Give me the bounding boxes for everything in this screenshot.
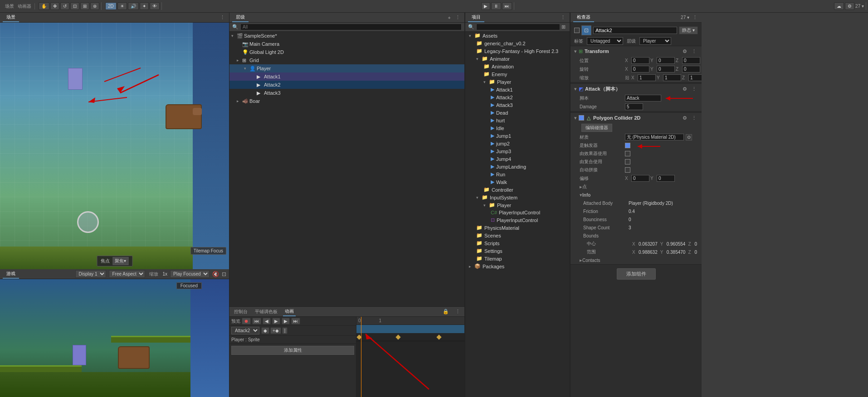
focus-mode-btn[interactable]: 聚焦▾ bbox=[112, 257, 128, 265]
folder-animator[interactable]: ▾ 📁 Animator bbox=[465, 55, 570, 63]
key-add-btn[interactable]: +◆ bbox=[270, 327, 281, 334]
damage-input[interactable] bbox=[625, 103, 643, 110]
collider-active-checkbox[interactable] bbox=[579, 115, 584, 121]
record-btn[interactable]: ⏺ bbox=[242, 318, 251, 324]
folder-player-anim[interactable]: ▾ 📁 Player bbox=[465, 78, 570, 86]
anim-dead[interactable]: ▶ Dead bbox=[465, 109, 570, 116]
static-btn[interactable]: 静态 ▾ bbox=[679, 26, 698, 34]
display-select[interactable]: Display 1 bbox=[75, 270, 106, 278]
collider-settings-btn[interactable]: ⚙ bbox=[681, 115, 688, 121]
anim-attack3[interactable]: ▶ Attack3 bbox=[465, 101, 570, 109]
player-input-control-cs[interactable]: C# PlayerInputControl bbox=[465, 209, 570, 216]
light-btn[interactable]: ☀ bbox=[117, 2, 127, 10]
audio-btn[interactable]: 🔊 bbox=[128, 2, 139, 10]
object-icon-btn[interactable]: ⊡ bbox=[581, 25, 591, 35]
attack-header[interactable]: ▾ ◩ Attack（脚本） ⚙ ⋮ bbox=[571, 84, 702, 94]
anim-more-btn[interactable]: ⋮ bbox=[454, 308, 462, 315]
prev-frame-btn[interactable]: ◀ bbox=[263, 318, 271, 324]
move-tool[interactable]: ✥ bbox=[50, 2, 59, 10]
add-property-btn[interactable]: 添加属性 bbox=[231, 346, 354, 355]
rot-x-input[interactable] bbox=[631, 66, 649, 73]
project-more-btn[interactable]: ⋮ bbox=[559, 14, 567, 21]
pos-x-input[interactable] bbox=[631, 57, 649, 64]
folder-animation[interactable]: 📁 Animation bbox=[465, 63, 570, 70]
prev-key-btn[interactable]: ⏮ bbox=[252, 318, 261, 324]
inspector-more-btn[interactable]: ⋮ bbox=[691, 14, 699, 21]
folder-tilemap[interactable]: 📁 Tilemap bbox=[465, 255, 570, 262]
rect-tool[interactable]: ⊞ bbox=[80, 2, 89, 10]
rotate-tool[interactable]: ↺ bbox=[60, 2, 69, 10]
tree-item-attack1[interactable]: ▶ Attack1 bbox=[229, 73, 464, 81]
folder-scripts[interactable]: 📁 Scripts bbox=[465, 239, 570, 247]
material-input[interactable] bbox=[625, 134, 684, 140]
tab-inspector[interactable]: 检查器 bbox=[573, 13, 594, 22]
folder-generic-char[interactable]: 📁 generic_char_v0.2 bbox=[465, 39, 570, 47]
attack-settings-btn[interactable]: ⚙ bbox=[681, 86, 688, 92]
anim-clip-select[interactable]: Attack2 bbox=[231, 327, 259, 334]
anim-idle[interactable]: ▶ Idle bbox=[465, 124, 570, 132]
collab-btn[interactable]: ☁ bbox=[834, 2, 844, 10]
rot-y-input[interactable] bbox=[657, 66, 675, 73]
composite-checkbox[interactable] bbox=[625, 159, 630, 165]
key-diamond-btn[interactable]: ◆ bbox=[261, 327, 269, 334]
offset-y-input[interactable] bbox=[657, 175, 675, 182]
anim-jump2[interactable]: ▶ jump2 bbox=[465, 140, 570, 147]
anim-run[interactable]: ▶ Run bbox=[465, 170, 570, 178]
pos-y-input[interactable] bbox=[657, 57, 675, 64]
2d-btn[interactable]: 2D bbox=[105, 2, 117, 10]
step-btn[interactable]: ⏭ bbox=[502, 2, 512, 10]
tree-item-grid[interactable]: ▸ ⊞ Grid bbox=[229, 56, 464, 64]
tag-select[interactable]: Untagged bbox=[587, 37, 623, 45]
tab-project[interactable]: 项目 bbox=[468, 13, 484, 22]
scale-tool[interactable]: ⊡ bbox=[70, 2, 79, 10]
effector-checkbox[interactable] bbox=[625, 151, 630, 156]
active-checkbox[interactable] bbox=[574, 28, 580, 33]
game-maximize-btn[interactable]: ⊡ bbox=[222, 271, 226, 277]
offset-x-input[interactable] bbox=[631, 175, 649, 182]
player-input-control-asset[interactable]: ⊡ PlayerInputControl bbox=[465, 216, 570, 224]
tree-item-maincamera[interactable]: 📷 Main Camera bbox=[229, 40, 464, 48]
tree-item-player[interactable]: ▾ 👤 Player bbox=[229, 64, 464, 73]
tab-animation[interactable]: 动画 bbox=[283, 307, 296, 316]
collider-more-btn[interactable]: ⋮ bbox=[690, 115, 698, 121]
anim-jump1[interactable]: ▶ Jump1 bbox=[465, 132, 570, 140]
attack-more-btn[interactable]: ⋮ bbox=[690, 86, 698, 92]
tab-game[interactable]: 游戏 bbox=[3, 270, 19, 279]
tree-item-globallight[interactable]: 💡 Global Light 2D bbox=[229, 48, 464, 56]
folder-settings[interactable]: 📁 Settings bbox=[465, 247, 570, 255]
tree-item-attack2[interactable]: ▶ Attack2 bbox=[229, 81, 464, 89]
trigger-checkbox[interactable] bbox=[625, 143, 630, 148]
anim-lock-btn[interactable]: 🔒 bbox=[441, 308, 450, 315]
next-key-btn[interactable]: ⏭ bbox=[291, 318, 300, 324]
pause-btn[interactable]: ⏸ bbox=[491, 2, 501, 10]
folder-assets[interactable]: ▾ 📁 Assets bbox=[465, 32, 570, 39]
anim-hurt[interactable]: ▶ hurt bbox=[465, 116, 570, 124]
hierarchy-search-input[interactable] bbox=[240, 24, 462, 30]
tree-item-boar[interactable]: ▸ 🐗 Boar bbox=[229, 97, 464, 105]
playhead-bar[interactable] bbox=[356, 325, 464, 333]
anim-jump3[interactable]: ▶ Jump3 bbox=[465, 147, 570, 155]
key-del-btn[interactable]: | bbox=[282, 327, 288, 334]
transform-more-btn[interactable]: ⋮ bbox=[690, 48, 698, 55]
rot-z-input[interactable] bbox=[682, 66, 700, 73]
transform-header[interactable]: ▾ ⊞ Transform ⚙ ⋮ bbox=[571, 46, 702, 56]
anim-walk[interactable]: ▶ Walk bbox=[465, 178, 570, 186]
tree-item-samplescene[interactable]: ▾ 🎬 SampleScene* bbox=[229, 32, 464, 40]
next-frame-btn[interactable]: ▶ bbox=[282, 318, 290, 324]
layer-select[interactable]: Player bbox=[639, 37, 671, 45]
tab-console[interactable]: 控制台 bbox=[232, 308, 249, 316]
game-mute-btn[interactable]: 🔇 bbox=[212, 271, 219, 277]
folder-controller[interactable]: 📁 Controller bbox=[465, 186, 570, 194]
anim-jump4[interactable]: ▶ Jump4 bbox=[465, 155, 570, 163]
anim-jumplanding[interactable]: ▶ JumpLanding bbox=[465, 163, 570, 170]
play-btn[interactable]: ▶ bbox=[481, 2, 490, 10]
aspect-select[interactable]: Free Aspect bbox=[109, 270, 145, 278]
object-name-input[interactable] bbox=[593, 27, 677, 34]
scene-more-btn[interactable]: ⋮ bbox=[219, 14, 226, 21]
tab-palette[interactable]: 平铺调色板 bbox=[253, 308, 279, 316]
folder-scenes[interactable]: 📁 Scenes bbox=[465, 232, 570, 239]
hand-tool[interactable]: ✋ bbox=[39, 2, 49, 10]
scale-z-input[interactable] bbox=[688, 74, 702, 81]
anim-play-btn[interactable]: ▶ bbox=[272, 318, 280, 324]
autotiling-checkbox[interactable] bbox=[625, 167, 630, 173]
